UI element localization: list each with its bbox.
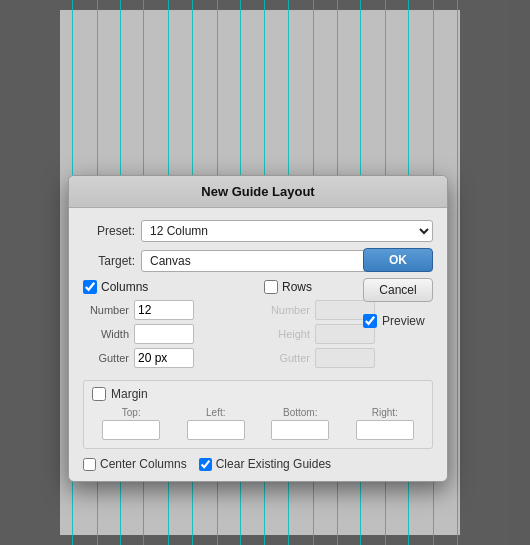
dialog-body: Preset: 12 Column Target: Canvas Columns…: [69, 208, 447, 481]
margin-right-label: Right:: [372, 407, 398, 418]
margin-right-input[interactable]: [356, 420, 414, 440]
margin-left-input[interactable]: [187, 420, 245, 440]
columns-checkbox[interactable]: [83, 280, 97, 294]
center-columns-checkbox[interactable]: [83, 458, 96, 471]
columns-gutter-row: Gutter: [83, 348, 252, 368]
preset-row: Preset: 12 Column: [83, 220, 433, 242]
rows-number-label: Number: [264, 304, 310, 316]
margin-checkbox[interactable]: [92, 387, 106, 401]
preset-label: Preset:: [83, 224, 135, 238]
columns-width-row: Width: [83, 324, 252, 344]
preview-row: Preview: [363, 314, 433, 328]
clear-guides-label[interactable]: Clear Existing Guides: [199, 457, 331, 471]
cancel-button[interactable]: Cancel: [363, 278, 433, 302]
margin-bottom-input[interactable]: [271, 420, 329, 440]
columns-gutter-label: Gutter: [83, 352, 129, 364]
margin-label[interactable]: Margin: [111, 387, 148, 401]
dialog-title: New Guide Layout: [69, 176, 447, 208]
rows-gutter-input[interactable]: [315, 348, 375, 368]
columns-width-label: Width: [83, 328, 129, 340]
target-label: Target:: [83, 254, 135, 268]
columns-number-label: Number: [83, 304, 129, 316]
margin-header: Margin: [92, 387, 424, 401]
margin-right-col: Right:: [346, 407, 425, 440]
columns-width-input[interactable]: [134, 324, 194, 344]
margin-top-label: Top:: [122, 407, 141, 418]
columns-header: Columns: [83, 280, 252, 294]
preview-label[interactable]: Preview: [382, 314, 425, 328]
preset-select[interactable]: 12 Column: [141, 220, 433, 242]
preview-checkbox[interactable]: [363, 314, 377, 328]
center-columns-text: Center Columns: [100, 457, 187, 471]
button-column: OK Cancel Preview: [363, 248, 433, 328]
columns-section: Columns Number Width Gutter: [83, 280, 252, 372]
bottom-options-row: Center Columns Clear Existing Guides: [83, 457, 433, 471]
rows-gutter-label: Gutter: [264, 352, 310, 364]
rows-height-label: Height: [264, 328, 310, 340]
margin-fields: Top: Left: Bottom: Right:: [92, 407, 424, 440]
columns-number-row: Number: [83, 300, 252, 320]
columns-label[interactable]: Columns: [101, 280, 148, 294]
ok-button[interactable]: OK: [363, 248, 433, 272]
rows-checkbox[interactable]: [264, 280, 278, 294]
rows-gutter-row: Gutter: [264, 348, 433, 368]
margin-left-label: Left:: [206, 407, 225, 418]
dialog-title-text: New Guide Layout: [201, 184, 314, 199]
new-guide-layout-dialog: New Guide Layout Preset: 12 Column Targe…: [68, 175, 448, 482]
margin-section: Margin Top: Left: Bottom: Right:: [83, 380, 433, 449]
clear-guides-text: Clear Existing Guides: [216, 457, 331, 471]
margin-left-col: Left:: [177, 407, 256, 440]
margin-top-col: Top:: [92, 407, 171, 440]
rows-label[interactable]: Rows: [282, 280, 312, 294]
columns-number-input[interactable]: [134, 300, 194, 320]
columns-gutter-input[interactable]: [134, 348, 194, 368]
margin-top-input[interactable]: [102, 420, 160, 440]
margin-bottom-label: Bottom:: [283, 407, 317, 418]
clear-guides-checkbox[interactable]: [199, 458, 212, 471]
center-columns-label[interactable]: Center Columns: [83, 457, 187, 471]
margin-bottom-col: Bottom:: [261, 407, 340, 440]
